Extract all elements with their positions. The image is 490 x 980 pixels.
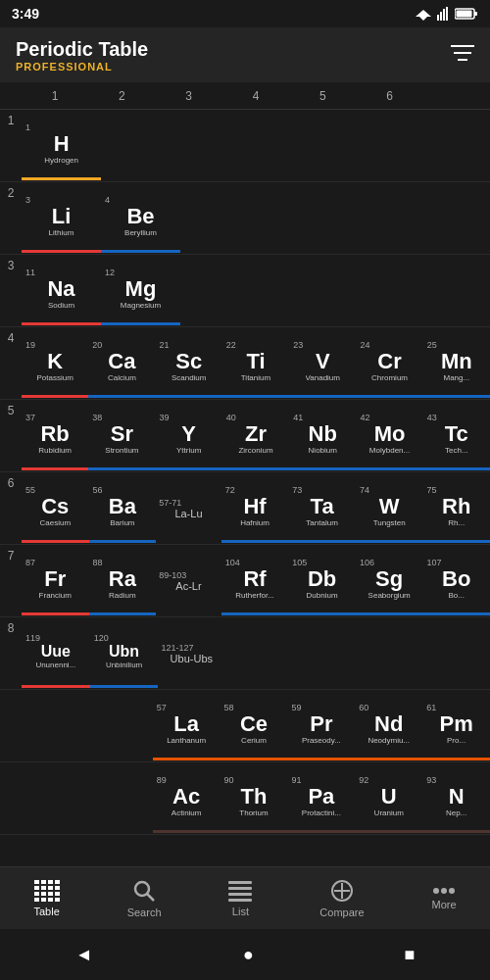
top-bar: Periodic Table PROFESSIONAL xyxy=(0,27,490,82)
svg-rect-31 xyxy=(228,893,252,896)
element-cell-Sg[interactable]: 106SgSeaborgium xyxy=(356,547,423,615)
element-cell-Nd[interactable]: 60NdNeodymiu... xyxy=(355,692,422,760)
element-cell-Mo[interactable]: 42MoMolybden... xyxy=(356,402,422,470)
element-cell-Db[interactable]: 105DbDubnium xyxy=(288,547,356,615)
element-cell-Cr[interactable]: 24CrChromium xyxy=(356,329,422,398)
element-cell-Ra[interactable]: 88RaRadium xyxy=(89,547,157,615)
svg-rect-29 xyxy=(228,881,252,884)
more-icon xyxy=(432,887,456,895)
svg-rect-1 xyxy=(437,15,439,21)
battery-icon xyxy=(455,7,478,21)
element-cell-Ac-Lr[interactable]: 89-103Ac-Lr xyxy=(156,547,221,615)
svg-rect-12 xyxy=(41,880,46,884)
element-cell-Na[interactable]: 11NaSodium xyxy=(22,257,101,325)
element-cell-Y[interactable]: 39YYttrium xyxy=(156,402,222,470)
back-button[interactable]: ◄ xyxy=(75,945,93,965)
nav-table[interactable]: Table xyxy=(18,872,74,925)
element-cell-W[interactable]: 74WTungsten xyxy=(356,474,423,543)
svg-rect-11 xyxy=(34,880,39,884)
nav-search[interactable]: Search xyxy=(112,871,177,926)
home-button[interactable]: ● xyxy=(243,945,254,965)
element-cell-Sc[interactable]: 21ScScandium xyxy=(156,329,222,398)
nav-list[interactable]: List xyxy=(213,872,268,925)
app-title: Periodic Table xyxy=(16,38,148,61)
nav-compare[interactable]: Compare xyxy=(304,871,379,926)
svg-point-38 xyxy=(449,888,455,894)
svg-rect-23 xyxy=(34,898,39,902)
wifi-icon xyxy=(414,7,433,21)
element-cell-V[interactable]: 23VVanadium xyxy=(289,329,356,398)
element-cell-Ba[interactable]: 56BaBarium xyxy=(89,474,157,543)
svg-rect-30 xyxy=(228,887,252,890)
svg-rect-2 xyxy=(440,12,442,21)
element-cell-Ta[interactable]: 73TaTantalum xyxy=(288,474,356,543)
element-cell-Li[interactable]: 3LiLithium xyxy=(22,184,101,253)
element-cell-Fr[interactable]: 87FrFrancium xyxy=(22,547,89,615)
element-cell-empty xyxy=(179,112,257,180)
svg-rect-14 xyxy=(55,880,60,884)
period-label-7: 7 xyxy=(0,545,22,563)
element-cell-Ubn[interactable]: 120UbnUnbinilium xyxy=(90,619,159,688)
element-cell-Hf[interactable]: 72HfHafnium xyxy=(221,474,289,543)
element-cell-Rf[interactable]: 104RfRutherfor... xyxy=(221,547,289,615)
svg-rect-21 xyxy=(48,892,53,896)
element-cell-empty xyxy=(335,257,413,325)
element-cell-empty xyxy=(413,184,490,253)
period-row-4: 419KPotassium20CaCalcium21ScScandium22Ti… xyxy=(0,327,490,400)
element-cell-Pm[interactable]: 61PmPro... xyxy=(422,692,490,760)
nav-more-label: More xyxy=(431,899,456,910)
nav-search-label: Search xyxy=(127,906,162,918)
recents-button[interactable]: ■ xyxy=(404,945,415,965)
col-header-3: 3 xyxy=(156,89,222,103)
element-cell-Nb[interactable]: 41NbNiobium xyxy=(289,402,356,470)
element-cell-Th[interactable]: 90ThThorium xyxy=(220,764,288,833)
element-cell-Zr[interactable]: 40ZrZirconium xyxy=(222,402,289,470)
element-cell-Ce[interactable]: 58CeCerium xyxy=(220,692,288,760)
compare-icon xyxy=(330,879,354,903)
element-cell-empty xyxy=(257,112,334,180)
nav-list-label: List xyxy=(232,906,249,917)
element-cell-Ubu-Ubs[interactable]: 121-127Ubu-Ubs xyxy=(158,619,224,688)
element-cell-Pr[interactable]: 59PrPraseody... xyxy=(287,692,355,760)
element-cell-Rh[interactable]: 75RhRh... xyxy=(422,474,490,543)
element-cell-empty xyxy=(413,112,490,180)
element-cell-Cs[interactable]: 55CsCaesium xyxy=(22,474,89,543)
svg-rect-24 xyxy=(41,898,46,902)
element-cell-U[interactable]: 92UUranium xyxy=(355,764,422,833)
element-cell-Bo[interactable]: 107BoBo... xyxy=(422,547,490,615)
period-row-3: 311NaSodium12MgMagnesium xyxy=(0,255,490,327)
status-time: 3:49 xyxy=(12,6,39,22)
element-cell-Mn[interactable]: 25MnMang... xyxy=(423,329,490,398)
element-cell-Uue[interactable]: 119UueUnunenni... xyxy=(22,619,90,688)
svg-point-36 xyxy=(433,888,439,894)
filter-button[interactable] xyxy=(451,42,474,68)
element-cell-Mg[interactable]: 12MgMagnesium xyxy=(101,257,180,325)
element-cell-empty xyxy=(258,184,335,253)
element-cell-K[interactable]: 19KPotassium xyxy=(22,329,88,398)
app-subtitle: PROFESSIONAL xyxy=(16,61,148,73)
bottom-nav: Table Search List Compare More xyxy=(0,866,490,929)
element-cell-N[interactable]: 93NNep... xyxy=(422,764,490,833)
element-cell-Be[interactable]: 4BeBeryllium xyxy=(101,184,180,253)
periodic-table-area: 11HHydrogen23LiLithium4BeBeryllium311NaS… xyxy=(0,110,490,835)
app-title-block: Periodic Table PROFESSIONAL xyxy=(16,38,148,73)
element-cell-La[interactable]: 57LaLanthanum xyxy=(153,692,220,760)
nav-more[interactable]: More xyxy=(416,879,471,918)
element-cell-Ti[interactable]: 22TiTitanium xyxy=(222,329,289,398)
element-cell-Tc[interactable]: 43TcTech... xyxy=(423,402,490,470)
element-cell-Ac[interactable]: 89AcActinium xyxy=(153,764,220,833)
element-cell-Sr[interactable]: 38SrStrontium xyxy=(88,402,155,470)
list-icon xyxy=(228,880,252,902)
col-header-5: 5 xyxy=(289,89,356,103)
element-cell-H[interactable]: 1HHydrogen xyxy=(22,112,101,180)
element-cell-Rb[interactable]: 37RbRubidium xyxy=(22,402,88,470)
element-cell-empty xyxy=(358,619,424,688)
element-cell-La-Lu[interactable]: 57-71La-Lu xyxy=(156,474,221,543)
element-cell-Ca[interactable]: 20CaCalcium xyxy=(88,329,155,398)
element-cell-Pa[interactable]: 91PaProtactini... xyxy=(287,764,355,833)
svg-rect-16 xyxy=(41,886,46,890)
svg-rect-17 xyxy=(48,886,53,890)
col-header-2: 2 xyxy=(88,89,155,103)
svg-rect-20 xyxy=(41,892,46,896)
element-cell-empty xyxy=(291,619,358,688)
